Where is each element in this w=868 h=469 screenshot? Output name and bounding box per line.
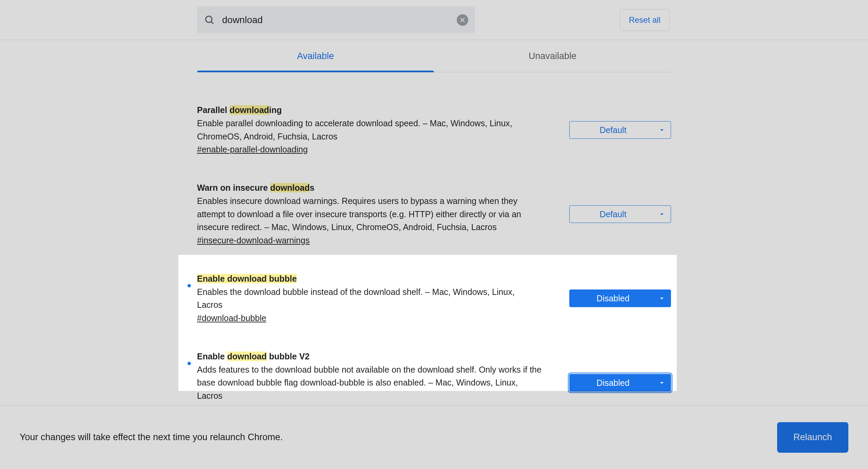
flag-item: Warn on insecure downloadsEnables insecu… bbox=[197, 174, 671, 265]
flag-description: Enable parallel downloading to accelerat… bbox=[197, 117, 542, 143]
flag-title: Enable download bubble bbox=[197, 272, 542, 285]
search-icon bbox=[204, 14, 215, 26]
flag-description: Enables the download bubble instead of t… bbox=[197, 285, 542, 312]
svg-point-0 bbox=[206, 16, 212, 22]
flag-hash-link[interactable]: #insecure-download-warnings bbox=[197, 236, 310, 245]
tab-unavailable[interactable]: Unavailable bbox=[434, 40, 671, 72]
flag-description: Adds features to the download bubble not… bbox=[197, 363, 542, 402]
tab-available[interactable]: Available bbox=[197, 40, 434, 72]
svg-line-1 bbox=[211, 21, 214, 24]
search-input[interactable] bbox=[222, 15, 457, 25]
flag-title: Enable download bubble V2 bbox=[197, 350, 542, 363]
clear-search-button[interactable] bbox=[457, 14, 468, 26]
flag-hash-link[interactable]: #download-bubble bbox=[197, 313, 266, 323]
flag-title: Warn on insecure downloads bbox=[197, 181, 542, 194]
relaunch-bar: Your changes will take effect the next t… bbox=[0, 405, 868, 469]
close-icon bbox=[459, 17, 466, 23]
flag-select[interactable]: DefaultEnabledDisabled bbox=[569, 374, 671, 392]
flag-select[interactable]: DefaultEnabledDisabled bbox=[569, 289, 671, 307]
relaunch-button[interactable]: Relaunch bbox=[777, 422, 848, 453]
flag-item: Enable download bubbleEnables the downlo… bbox=[197, 265, 671, 342]
search-box[interactable] bbox=[197, 6, 475, 33]
flag-description: Enables insecure download warnings. Requ… bbox=[197, 194, 542, 234]
reset-all-button[interactable]: Reset all bbox=[620, 9, 670, 31]
flag-title: Parallel downloading bbox=[197, 104, 542, 117]
relaunch-message: Your changes will take effect the next t… bbox=[20, 432, 283, 443]
flag-hash-link[interactable]: #enable-parallel-downloading bbox=[197, 145, 308, 154]
modified-indicator-dot bbox=[188, 284, 191, 287]
tabs: Available Unavailable bbox=[197, 40, 671, 72]
flag-select[interactable]: DefaultEnabledDisabled bbox=[569, 121, 671, 139]
modified-indicator-dot bbox=[188, 362, 191, 365]
flag-select[interactable]: DefaultEnabledDisabled bbox=[569, 205, 671, 223]
flag-item: Parallel downloadingEnable parallel down… bbox=[197, 96, 671, 174]
flags-list: Parallel downloadingEnable parallel down… bbox=[197, 72, 671, 433]
